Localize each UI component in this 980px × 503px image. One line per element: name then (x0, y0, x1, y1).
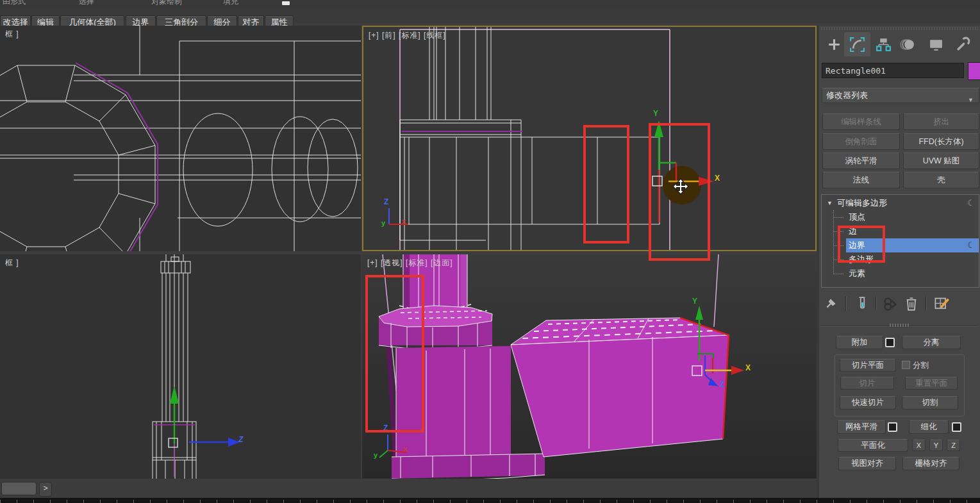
slice-button[interactable]: 切片 (840, 377, 894, 390)
make-planar-button[interactable]: 平面化 (838, 439, 908, 452)
annotation-box-front-2 (649, 123, 710, 261)
tab-hierarchy[interactable] (870, 32, 897, 56)
plus-icon (826, 37, 842, 53)
detach-button[interactable]: 分离 (902, 336, 961, 349)
quick-slice-button[interactable]: 快速切片 (840, 396, 896, 409)
status-bar: > (0, 479, 818, 498)
pin-stack-icon[interactable] (824, 296, 838, 310)
viewport-perspective[interactable]: [+] [透视] [标准] [边面] (362, 254, 817, 479)
rollout-grip[interactable] (890, 324, 910, 327)
ribbon-tab-freeform[interactable]: 由形式 (3, 0, 26, 7)
ribbon-panel-row: 改选择 编辑 几何体(全部) 边界 三角剖分 细分 对齐 属性 (0, 7, 980, 23)
stack-row-element[interactable]: 元素 (822, 267, 979, 281)
maxscript-mini-listener[interactable] (1, 482, 37, 495)
split-label: 分割 (913, 360, 929, 371)
motion-icon (900, 37, 916, 53)
wrench-icon (954, 37, 970, 53)
planar-x-button[interactable]: X (912, 440, 926, 451)
view-align-button[interactable]: 视图对齐 (838, 457, 896, 470)
tripod-x-label: x (402, 217, 406, 225)
msmooth-options-button[interactable] (888, 422, 897, 432)
viewport-label-front[interactable]: [+] [前] [标准] [线框] (369, 30, 446, 41)
tripod-y-label: y (374, 451, 378, 459)
stack-item-label: 元素 (849, 267, 865, 281)
modifier-btn-normal[interactable]: 法线 (822, 172, 900, 188)
gizmo-x-axis-label[interactable]: X (745, 363, 751, 372)
viewport-label-perspective[interactable]: [+] [透视] [标准] [边面] (367, 258, 453, 268)
tripod-x-label: x (403, 445, 407, 452)
gizmo-x-axis-label[interactable]: X (715, 174, 720, 183)
annotation-box-perspective (365, 275, 424, 433)
tessellate-button[interactable]: 细化 (909, 420, 949, 434)
attach-options-button[interactable] (885, 338, 895, 347)
msmooth-button[interactable]: 网格平滑 (837, 420, 886, 434)
tab-motion[interactable] (895, 32, 921, 56)
modifier-btn-edit-spline[interactable]: 编辑样条线 (822, 113, 900, 130)
panel-grip[interactable] (821, 27, 978, 30)
ribbon-tab-selection[interactable]: 选择 (79, 0, 94, 7)
ribbon-tab-row: 由形式 选择 对象绘制 填充 (0, 0, 980, 7)
grid-align-button[interactable]: 栅格对齐 (902, 457, 959, 470)
3dsmax-window: 由形式 选择 对象绘制 填充 改选择 编辑 几何体(全部) 边界 三角剖分 细分… (0, 0, 980, 503)
stack-onoff-icon[interactable]: ☽ (967, 196, 975, 210)
viewport-top-left[interactable]: 框 ] (0, 26, 361, 251)
stack-row-vertex[interactable]: 顶点 (822, 210, 979, 224)
annotation-box-stack-border (838, 226, 885, 263)
planar-z-button[interactable]: Z (947, 440, 960, 451)
display-icon (928, 37, 944, 53)
gizmo-y-axis-label[interactable]: Y (653, 109, 658, 118)
wireframe-canvas-top-left (0, 26, 361, 251)
make-unique-icon[interactable] (883, 296, 898, 311)
tessellate-options-button[interactable] (952, 422, 961, 432)
stack-root-label: 可编辑多边形 (837, 196, 887, 210)
modifier-btn-turbosmooth[interactable]: 涡轮平滑 (822, 153, 900, 169)
slice-plane-button[interactable]: 切片平面 (840, 359, 896, 372)
modifier-btn-ffd-box[interactable]: FFD(长方体) (903, 133, 979, 150)
track-bar[interactable] (0, 498, 980, 503)
wireframe-canvas-bottom-left (0, 254, 361, 479)
object-color-swatch[interactable] (968, 62, 980, 80)
stack-row-editable-poly[interactable]: ▼ 可编辑多边形 ☽ (822, 196, 979, 210)
separator (845, 297, 846, 311)
attach-button[interactable]: 附加 (836, 336, 883, 349)
reset-plane-button[interactable]: 重置平面 (905, 377, 958, 390)
tab-display[interactable] (923, 32, 949, 56)
modifier-btn-bevel-profile[interactable]: 倒角剖面 (822, 133, 900, 150)
tab-modify[interactable] (844, 32, 870, 56)
tab-utilities[interactable] (949, 32, 976, 56)
separator (926, 297, 926, 311)
cut-button[interactable]: 切割 (902, 396, 958, 409)
modifier-btn-extrude[interactable]: 挤出 (903, 113, 979, 130)
stack-onoff-icon[interactable]: ☽ (967, 238, 975, 252)
tripod-y-label: y (381, 219, 385, 227)
gizmo-y-axis-label[interactable]: Y (692, 297, 697, 306)
tab-create[interactable] (821, 32, 847, 56)
split-checkbox[interactable] (902, 361, 910, 369)
ribbon-tab-populate[interactable]: 填充 (223, 0, 238, 7)
object-name-field[interactable]: Rectangle001 (822, 63, 964, 78)
tripod-z-label: Z (384, 197, 388, 206)
modifier-btn-shell[interactable]: 壳 (903, 172, 979, 188)
modifier-list-dropdown[interactable]: 修改器列表 ▼ (822, 88, 979, 103)
stack-item-label: 顶点 (849, 210, 865, 224)
hierarchy-icon (876, 37, 892, 53)
configure-modifier-sets-icon[interactable] (934, 296, 949, 311)
gizmo-z-axis-label[interactable]: Z (720, 380, 724, 389)
modifier-btn-uvw-map[interactable]: UVW 贴图 (903, 153, 979, 169)
expand-listener-button[interactable]: > (39, 482, 52, 497)
modify-icon (849, 37, 865, 53)
minimize-ribbon-icon[interactable] (282, 1, 290, 5)
ribbon-tab-objectpaint[interactable]: 对象绘制 (151, 0, 182, 7)
modifier-list-label: 修改器列表 (826, 90, 868, 100)
show-end-result-icon[interactable] (855, 296, 869, 310)
viewport-bottom-left[interactable]: 框 ] Z (0, 254, 361, 479)
gizmo-z-axis-label[interactable]: Z (238, 435, 243, 444)
chevron-down-icon: ▼ (968, 93, 974, 107)
annotation-box-front-1 (583, 125, 629, 243)
viewport-label-partial[interactable]: 框 ] (5, 258, 19, 268)
collapse-caret-icon[interactable]: ▼ (827, 196, 833, 210)
remove-modifier-icon[interactable] (905, 297, 918, 311)
planar-y-button[interactable]: Y (929, 440, 943, 451)
separator (876, 297, 876, 311)
viewport-label-partial[interactable]: 框 ] (5, 29, 19, 40)
